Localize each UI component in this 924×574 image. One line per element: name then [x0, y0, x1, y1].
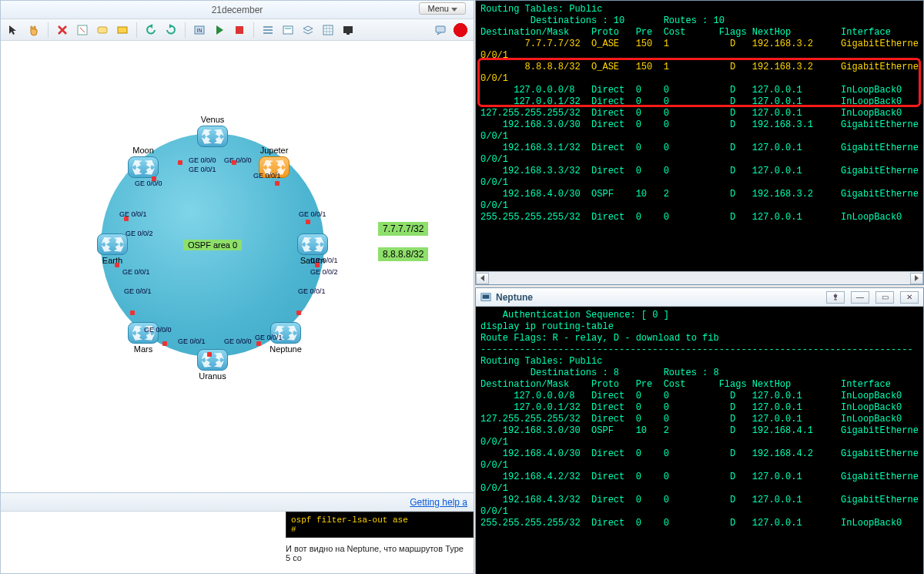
- cli-snippet: ospf filter-lsa-out ase #: [286, 512, 474, 538]
- svg-rect-11: [436, 26, 445, 32]
- redo-button[interactable]: [162, 22, 179, 39]
- terminal-jupeter: Routing Tables: Public Destinations : 10…: [475, 0, 924, 285]
- topology-canvas[interactable]: OSPF area 0 VenusJupeterSaturnNeptuneUra…: [1, 41, 474, 492]
- router-neptune[interactable]: Neptune: [266, 322, 305, 354]
- message-button[interactable]: [432, 22, 449, 39]
- router-saturn[interactable]: Saturn: [293, 233, 332, 265]
- router-label: Saturn: [293, 256, 332, 265]
- ensp-title: 21december: [212, 5, 263, 15]
- horizontal-scrollbar[interactable]: [476, 271, 923, 284]
- link-status-dot: [256, 341, 261, 346]
- play-button[interactable]: [211, 22, 228, 39]
- link-status-dot: [306, 220, 310, 224]
- router-label: Venus: [186, 115, 239, 124]
- terminal-output[interactable]: Routing Tables: Public Destinations : 10…: [476, 1, 923, 264]
- router-icon: [197, 126, 228, 147]
- router-uranus[interactable]: Uranus: [193, 349, 232, 381]
- svg-text:IN: IN: [197, 28, 203, 33]
- svg-rect-6: [283, 26, 293, 34]
- hand-tool[interactable]: [25, 22, 42, 39]
- link-status-dot: [207, 352, 212, 357]
- ensp-titlebar: 21december Menu: [1, 1, 474, 19]
- screen-button[interactable]: [340, 22, 357, 39]
- link-status-dot: [296, 310, 301, 315]
- router-label: Jupeter: [247, 146, 301, 155]
- scroll-right-button[interactable]: [910, 273, 923, 284]
- minimize-button[interactable]: —: [851, 291, 869, 304]
- scroll-left-button[interactable]: [476, 273, 489, 284]
- svg-rect-7: [285, 28, 291, 29]
- capture-button[interactable]: IN: [191, 22, 208, 39]
- network-badge: 7.7.7.7/32: [378, 222, 428, 236]
- maximize-button[interactable]: ▭: [875, 291, 894, 304]
- link-status-dot: [152, 176, 156, 181]
- network-badge: 8.8.8.8/32: [378, 247, 428, 261]
- help-bar: Getting help a: [1, 493, 474, 512]
- router-moon[interactable]: Moon: [124, 156, 162, 178]
- config-button[interactable]: [280, 22, 296, 39]
- pin-button[interactable]: [826, 291, 845, 304]
- router-label: Moon: [116, 146, 170, 155]
- terminal-output[interactable]: Authentication Sequence: [ 0 ]display ip…: [476, 307, 923, 574]
- ensp-main-window: 21december Menu IN OSPF area 0 Venus: [0, 0, 474, 574]
- router-icon: [259, 156, 290, 178]
- router-label: Neptune: [266, 344, 305, 354]
- link-status-dot: [162, 341, 167, 346]
- edit-tool[interactable]: [74, 22, 91, 39]
- router-icon: [128, 156, 159, 178]
- router-icon: [128, 322, 159, 344]
- grid-button[interactable]: [320, 22, 336, 39]
- link-status-dot: [130, 310, 135, 315]
- svg-rect-9: [343, 26, 353, 33]
- neptune-titlebar: Neptune — ▭ ✕: [476, 288, 923, 307]
- router-icon: [270, 322, 301, 344]
- router-icon: [297, 233, 328, 255]
- menu-button[interactable]: Menu: [419, 2, 466, 15]
- link-status-dot: [315, 263, 320, 267]
- huawei-logo-icon: [452, 22, 469, 38]
- help-link[interactable]: Getting help a: [410, 497, 467, 508]
- router-jupeter[interactable]: Jupeter: [255, 156, 293, 178]
- link-status-dot: [232, 160, 236, 165]
- link-status-dot: [275, 181, 280, 186]
- rect-tool[interactable]: [114, 22, 131, 39]
- router-label: Uranus: [193, 371, 232, 381]
- link-status-dot: [178, 160, 182, 165]
- svg-rect-8: [323, 25, 333, 35]
- svg-rect-13: [483, 294, 490, 298]
- pointer-tool[interactable]: [5, 22, 22, 39]
- router-label: Earth: [93, 256, 132, 265]
- router-earth[interactable]: Earth: [93, 233, 132, 265]
- neptune-title: Neptune: [496, 292, 820, 303]
- router-icon: [197, 349, 228, 371]
- router-mars[interactable]: Mars: [124, 322, 162, 354]
- svg-rect-2: [118, 27, 127, 33]
- svg-rect-10: [346, 33, 350, 35]
- hint-text: И вот видно на Neptune, что маршрутов Ty…: [1, 538, 474, 562]
- link-status-dot: [115, 263, 119, 267]
- svg-rect-1: [98, 27, 107, 33]
- bottom-panel: Getting help a ospf filter-lsa-out ase #…: [1, 492, 474, 573]
- router-label: Mars: [124, 344, 162, 354]
- delete-tool[interactable]: [54, 22, 71, 39]
- ensp-toolbar: IN: [1, 19, 474, 41]
- undo-button[interactable]: [142, 22, 159, 39]
- layers-button[interactable]: [300, 22, 316, 39]
- terminal-neptune-window: Neptune — ▭ ✕ Authentication Sequence: […: [475, 287, 924, 574]
- router-icon: [97, 233, 128, 255]
- router-venus[interactable]: Venus: [193, 126, 232, 147]
- svg-rect-5: [236, 26, 243, 34]
- note-tool[interactable]: [94, 22, 111, 39]
- ospf-area-label: OSPF area 0: [183, 240, 242, 250]
- list-button[interactable]: [259, 22, 276, 39]
- close-button[interactable]: ✕: [900, 291, 919, 304]
- stop-button[interactable]: [231, 22, 248, 39]
- chevron-down-icon: [451, 8, 457, 12]
- link-status-dot: [124, 217, 129, 221]
- terminal-icon: [480, 292, 491, 303]
